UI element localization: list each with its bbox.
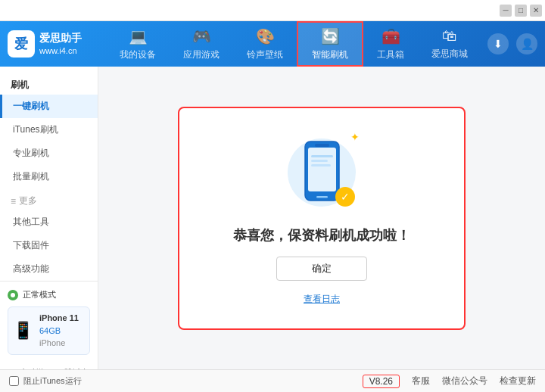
auto-activate-checkbox[interactable]: 自动激活 xyxy=(8,367,46,370)
nav-tab-icon-smart-flash: 🔄 xyxy=(321,27,340,45)
sparkles-icon: ✦ xyxy=(350,131,360,143)
sidebar-item-batch-flash[interactable]: 批量刷机 xyxy=(0,165,98,188)
sidebar-checkboxes: 自动激活 跳过向导 xyxy=(0,362,98,370)
header-right: ⬇ 👤 xyxy=(487,33,537,54)
nav-tab-icon-ringtones: 🎨 xyxy=(256,27,275,45)
account-button[interactable]: 👤 xyxy=(516,33,537,54)
device-name: iPhone 11 xyxy=(39,312,79,325)
svg-rect-5 xyxy=(311,160,328,162)
svg-rect-3 xyxy=(316,196,328,198)
brand-url: www.i4.cn xyxy=(39,45,82,57)
window-controls[interactable]: ─ □ ✕ xyxy=(500,5,542,17)
sidebar-item-other-tools[interactable]: 其他工具 xyxy=(0,210,98,234)
mode-label: 正常模式 xyxy=(23,289,56,300)
restore-button[interactable]: □ xyxy=(515,5,527,17)
brand-name: 爱思助手 xyxy=(39,31,82,46)
sidebar-item-pro-flash[interactable]: 专业刷机 xyxy=(0,142,98,165)
svg-rect-6 xyxy=(311,164,331,166)
title-bar: ─ □ ✕ xyxy=(0,0,545,21)
minimize-button[interactable]: ─ xyxy=(500,5,512,17)
sidebar-item-download-firmware[interactable]: 下载固件 xyxy=(0,234,98,257)
nav-tabs: 💻 我的设备 🎮 应用游戏 🎨 铃声壁纸 🔄 智能刷机 🧰 工具箱 🛍 爱思商城 xyxy=(106,21,487,67)
logo-icon: 爱 xyxy=(8,30,35,58)
device-info-card: 📱 iPhone 11 64GB iPhone xyxy=(8,306,90,355)
nav-tab-store[interactable]: 🛍 爱思商城 xyxy=(418,21,481,67)
device-mode: 正常模式 xyxy=(8,289,90,300)
more-label: 更多 xyxy=(19,194,37,207)
nav-tab-ringtones[interactable]: 🎨 铃声壁纸 xyxy=(233,21,297,67)
nav-tab-icon-my-device: 💻 xyxy=(129,27,148,45)
svg-rect-1 xyxy=(308,148,336,191)
nav-tab-label-my-device: 我的设备 xyxy=(120,48,156,61)
logo-text: 爱思助手 www.i4.cn xyxy=(39,31,82,58)
nav-tab-apps-games[interactable]: 🎮 应用游戏 xyxy=(170,21,233,67)
support-link[interactable]: 客服 xyxy=(412,375,430,387)
section-flash-title: 刷机 xyxy=(0,74,98,95)
footer-right: V8.26 客服 微信公众号 检查更新 xyxy=(363,375,536,388)
nav-tab-label-store: 爱思商城 xyxy=(431,48,468,61)
nav-tab-tools[interactable]: 🧰 工具箱 xyxy=(363,21,418,67)
itunes-label: 阻止iTunes运行 xyxy=(23,375,82,387)
update-link[interactable]: 检查更新 xyxy=(500,375,536,387)
auto-activate-label: 自动激活 xyxy=(20,367,46,370)
wechat-link[interactable]: 微信公众号 xyxy=(442,375,487,387)
section-more-title: ≡ 更多 xyxy=(0,188,98,210)
nav-tab-icon-store: 🛍 xyxy=(442,27,457,45)
sidebar-item-advanced[interactable]: 高级功能 xyxy=(0,257,98,281)
footer: 阻止iTunes运行 V8.26 客服 微信公众号 检查更新 xyxy=(0,369,545,392)
nav-tab-label-tools: 工具箱 xyxy=(377,48,404,61)
close-button[interactable]: ✕ xyxy=(530,5,542,17)
sidebar-item-itunes-flash[interactable]: iTunes刷机 xyxy=(0,118,98,142)
sidebar: 刷机 一键刷机 iTunes刷机 专业刷机 批量刷机 ≡ 更多 其他工具 下载固… xyxy=(0,67,98,369)
redirect-checkbox[interactable]: 跳过向导 xyxy=(52,367,91,370)
confirm-button[interactable]: 确定 xyxy=(276,257,367,281)
success-card: ✓ ✦ 恭喜您，保资料刷机成功啦！ 确定 查看日志 xyxy=(178,107,466,330)
content-area: ✓ ✦ 恭喜您，保资料刷机成功啦！ 确定 查看日志 xyxy=(98,67,545,369)
device-model: iPhone xyxy=(39,337,79,350)
device-storage: 64GB xyxy=(39,325,79,338)
download-button[interactable]: ⬇ xyxy=(487,33,509,54)
nav-tab-icon-tools: 🧰 xyxy=(382,27,400,45)
version-badge[interactable]: V8.26 xyxy=(363,375,400,388)
nav-tab-smart-flash[interactable]: 🔄 智能刷机 xyxy=(297,21,363,67)
svg-rect-2 xyxy=(315,144,329,147)
nav-tab-icon-apps-games: 🎮 xyxy=(192,27,211,45)
nav-tab-my-device[interactable]: 💻 我的设备 xyxy=(106,21,170,67)
sidebar-device-section: 正常模式 📱 iPhone 11 64GB iPhone xyxy=(0,281,98,362)
device-details: iPhone 11 64GB iPhone xyxy=(39,312,79,350)
mode-indicator xyxy=(8,290,18,300)
footer-left: 阻止iTunes运行 xyxy=(9,375,82,387)
block-itunes-checkbox[interactable] xyxy=(9,376,19,386)
nav-tab-label-apps-games: 应用游戏 xyxy=(183,48,220,61)
main-layout: 刷机 一键刷机 iTunes刷机 专业刷机 批量刷机 ≡ 更多 其他工具 下载固… xyxy=(0,67,545,369)
sidebar-item-one-click-flash[interactable]: 一键刷机 xyxy=(0,95,98,118)
more-icon: ≡ xyxy=(11,196,16,207)
success-title: 恭喜您，保资料刷机成功啦！ xyxy=(233,226,410,244)
logo-area: 爱 爱思助手 www.i4.cn xyxy=(8,30,106,58)
nav-tab-label-ringtones: 铃声壁纸 xyxy=(247,48,283,61)
nav-tab-label-smart-flash: 智能刷机 xyxy=(312,48,348,61)
success-illustration: ✓ ✦ xyxy=(284,131,360,214)
view-history-link[interactable]: 查看日志 xyxy=(304,293,340,306)
svg-rect-4 xyxy=(311,155,333,157)
check-badge: ✓ xyxy=(335,187,355,207)
device-phone-icon: 📱 xyxy=(13,321,33,341)
redirect-label: 跳过向导 xyxy=(64,367,91,370)
header: 爱 爱思助手 www.i4.cn 💻 我的设备 🎮 应用游戏 🎨 铃声壁纸 🔄 … xyxy=(0,21,545,67)
